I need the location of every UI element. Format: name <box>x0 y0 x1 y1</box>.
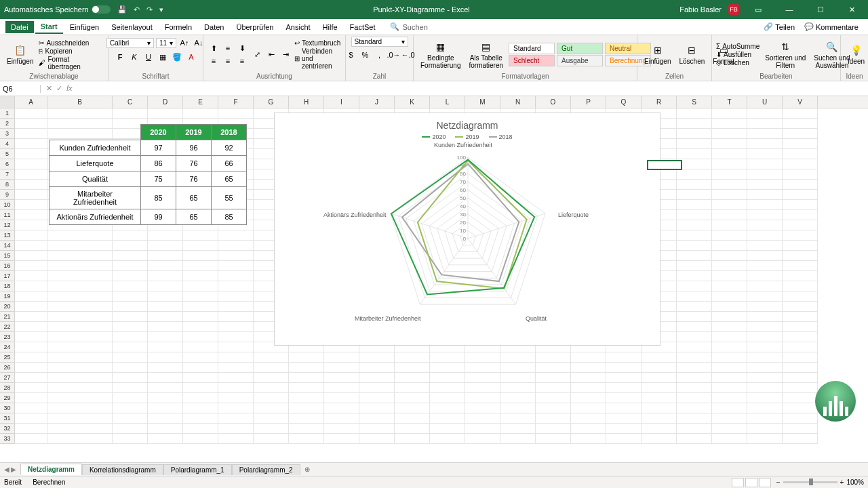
autosave-toggle[interactable]: Automatisches Speichern <box>4 5 111 14</box>
column-header[interactable]: L <box>430 96 465 108</box>
grid-cell[interactable] <box>359 373 395 383</box>
grid-cell[interactable] <box>113 322 148 332</box>
grid-cell[interactable] <box>783 322 818 332</box>
search-box[interactable]: 🔍 Suchen <box>390 22 427 31</box>
grid-cell[interactable] <box>183 383 218 393</box>
grid-cell[interactable] <box>113 108 148 119</box>
grid-cell[interactable] <box>289 434 324 444</box>
wrap-text-button[interactable]: ↩Textumbruch <box>294 39 341 47</box>
zoom-out-icon[interactable]: − <box>776 479 781 486</box>
grid-cell[interactable] <box>148 403 183 413</box>
grid-cell[interactable] <box>606 383 642 393</box>
grid-cell[interactable] <box>395 383 430 393</box>
grid-cell[interactable] <box>677 332 712 342</box>
row-header[interactable]: 2 <box>0 119 15 129</box>
grid-cell[interactable] <box>642 424 677 434</box>
grid-cell[interactable] <box>254 352 289 363</box>
cell-value[interactable]: 92 <box>212 140 247 156</box>
row-header[interactable]: 25 <box>0 352 15 363</box>
row-header[interactable]: 9 <box>0 190 15 200</box>
grid-cell[interactable] <box>712 312 747 322</box>
dec-decimal-icon[interactable]: ←.0 <box>402 49 414 61</box>
column-header[interactable]: M <box>465 96 500 108</box>
grid-cell[interactable] <box>183 373 218 383</box>
grid-cell[interactable] <box>500 424 536 434</box>
cell-value[interactable]: 55 <box>212 187 247 209</box>
grid-cell[interactable] <box>465 383 500 393</box>
grid-cell[interactable] <box>15 180 47 190</box>
grid-cell[interactable] <box>218 393 254 403</box>
grid-cell[interactable] <box>536 434 571 444</box>
grid-cell[interactable] <box>783 373 818 383</box>
column-header[interactable]: J <box>359 96 395 108</box>
grid-cell[interactable] <box>783 342 818 352</box>
grid-cell[interactable] <box>289 424 324 434</box>
grid-cell[interactable] <box>430 373 465 383</box>
grid-cell[interactable] <box>465 403 500 413</box>
grid-cell[interactable] <box>783 210 818 220</box>
grid-cell[interactable] <box>747 393 783 403</box>
grid-cell[interactable] <box>465 373 500 383</box>
column-header[interactable]: U <box>747 96 783 108</box>
grid-cell[interactable] <box>183 251 218 261</box>
grid-cell[interactable] <box>712 393 747 403</box>
grid-cell[interactable] <box>677 180 712 190</box>
grid-cell[interactable] <box>500 403 536 413</box>
add-sheet-button[interactable]: ⊕ <box>300 466 314 473</box>
grid-cell[interactable] <box>783 200 818 210</box>
view-page-layout-icon[interactable] <box>745 478 757 487</box>
grid-cell[interactable] <box>218 322 254 332</box>
sheet-tab-polar1[interactable]: Polardiagramm_1 <box>163 464 232 475</box>
row-header[interactable]: 21 <box>0 312 15 322</box>
grid-cell[interactable] <box>15 220 47 230</box>
grid-cell[interactable] <box>113 251 148 261</box>
cell-value[interactable]: 85 <box>141 187 176 209</box>
comma-icon[interactable]: , <box>374 49 386 61</box>
grid-cell[interactable] <box>500 352 536 363</box>
grid-cell[interactable] <box>15 363 47 373</box>
align-bottom-icon[interactable]: ⬇ <box>236 42 248 54</box>
grid-cell[interactable] <box>218 383 254 393</box>
grid-cell[interactable] <box>747 312 783 322</box>
grid-cell[interactable] <box>712 281 747 291</box>
style-schlecht[interactable]: Schlecht <box>509 55 555 66</box>
grid-cell[interactable] <box>113 291 148 302</box>
cell-value[interactable]: 65 <box>212 171 247 187</box>
grid-cell[interactable] <box>677 190 712 200</box>
comments-button[interactable]: 💬Kommentare <box>800 20 863 33</box>
grid-cell[interactable] <box>430 434 465 444</box>
grid-cell[interactable] <box>218 251 254 261</box>
grid-cell[interactable] <box>571 383 606 393</box>
grid-cell[interactable] <box>677 413 712 424</box>
grid-cell[interactable] <box>289 373 324 383</box>
grid-cell[interactable] <box>430 413 465 424</box>
grid-cell[interactable] <box>218 352 254 363</box>
grid-cell[interactable] <box>183 342 218 352</box>
grid-cell[interactable] <box>642 393 677 403</box>
grid-cell[interactable] <box>677 383 712 393</box>
fx-icon[interactable]: fx <box>66 84 73 93</box>
grid-cell[interactable] <box>359 413 395 424</box>
grid-cell[interactable] <box>747 220 783 230</box>
row-header[interactable]: 12 <box>0 220 15 230</box>
grid-cell[interactable] <box>289 383 324 393</box>
ideas-button[interactable]: 💡Ideen <box>845 43 867 66</box>
grid-cell[interactable] <box>747 261 783 271</box>
grid-cell[interactable] <box>712 413 747 424</box>
grid-cell[interactable] <box>500 413 536 424</box>
grid-cell[interactable] <box>15 190 47 200</box>
username[interactable]: Fabio Basler <box>679 5 722 14</box>
zoom-slider[interactable] <box>783 481 837 483</box>
grid-cell[interactable] <box>254 434 289 444</box>
grid-cell[interactable] <box>47 281 113 291</box>
next-sheet-icon[interactable]: ▶ <box>11 466 16 473</box>
grid-cell[interactable] <box>747 241 783 251</box>
grid-cell[interactable] <box>606 373 642 383</box>
grid-cell[interactable] <box>113 230 148 241</box>
column-header[interactable]: Q <box>606 96 642 108</box>
grid-cell[interactable] <box>324 393 359 403</box>
row-header[interactable]: 24 <box>0 342 15 352</box>
grid-cell[interactable] <box>113 373 148 383</box>
grid-cell[interactable] <box>324 383 359 393</box>
grid-cell[interactable] <box>47 434 113 444</box>
